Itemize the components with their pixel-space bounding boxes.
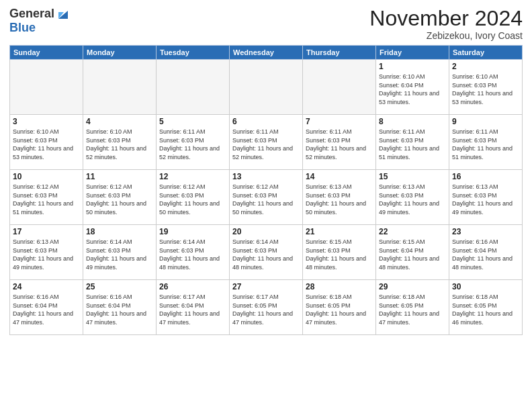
day-number: 9 xyxy=(452,117,519,126)
table-row: 30 Sunrise: 6:18 AM Sunset: 6:05 PM Dayl… xyxy=(449,280,523,335)
table-row: 23 Sunrise: 6:16 AM Sunset: 6:04 PM Dayl… xyxy=(449,225,523,280)
table-row: 15 Sunrise: 6:13 AM Sunset: 6:03 PM Dayl… xyxy=(376,170,449,225)
day-info: Sunrise: 6:12 AM Sunset: 6:03 PM Dayligh… xyxy=(86,183,153,216)
day-info: Sunrise: 6:17 AM Sunset: 6:04 PM Dayligh… xyxy=(159,293,226,326)
day-number: 2 xyxy=(452,62,519,71)
col-saturday: Saturday xyxy=(449,46,523,60)
logo-blue: Blue xyxy=(9,21,36,34)
calendar-header-row: Sunday Monday Tuesday Wednesday Thursday… xyxy=(10,46,523,60)
day-number: 8 xyxy=(379,117,446,126)
table-row: 29 Sunrise: 6:18 AM Sunset: 6:05 PM Dayl… xyxy=(376,280,449,335)
table-row: 19 Sunrise: 6:14 AM Sunset: 6:03 PM Dayl… xyxy=(157,225,230,280)
day-number: 11 xyxy=(86,172,153,181)
day-number: 3 xyxy=(13,117,80,126)
day-number: 22 xyxy=(379,227,446,236)
table-row: 11 Sunrise: 6:12 AM Sunset: 6:03 PM Dayl… xyxy=(83,170,157,225)
day-number: 18 xyxy=(86,227,153,236)
table-row: 4 Sunrise: 6:10 AM Sunset: 6:03 PM Dayli… xyxy=(83,115,157,170)
day-number: 19 xyxy=(159,227,226,236)
header: General Blue November 2024 Zebizekou, Iv… xyxy=(9,7,523,41)
day-number: 28 xyxy=(306,282,373,291)
day-number: 27 xyxy=(232,282,300,291)
day-number: 1 xyxy=(379,62,446,71)
day-number: 13 xyxy=(232,172,300,181)
day-info: Sunrise: 6:13 AM Sunset: 6:03 PM Dayligh… xyxy=(13,238,80,271)
logo: General Blue xyxy=(9,7,71,35)
calendar-week-row: 1 Sunrise: 6:10 AM Sunset: 6:04 PM Dayli… xyxy=(10,60,523,115)
table-row: 18 Sunrise: 6:14 AM Sunset: 6:03 PM Dayl… xyxy=(83,225,157,280)
day-info: Sunrise: 6:17 AM Sunset: 6:05 PM Dayligh… xyxy=(232,293,300,326)
table-row xyxy=(303,60,376,115)
day-info: Sunrise: 6:12 AM Sunset: 6:03 PM Dayligh… xyxy=(13,183,80,216)
day-info: Sunrise: 6:18 AM Sunset: 6:05 PM Dayligh… xyxy=(452,293,519,326)
calendar-week-row: 10 Sunrise: 6:12 AM Sunset: 6:03 PM Dayl… xyxy=(10,170,523,225)
day-info: Sunrise: 6:11 AM Sunset: 6:03 PM Dayligh… xyxy=(159,128,226,161)
table-row: 10 Sunrise: 6:12 AM Sunset: 6:03 PM Dayl… xyxy=(10,170,83,225)
day-number: 29 xyxy=(379,282,446,291)
day-number: 6 xyxy=(232,117,300,126)
day-info: Sunrise: 6:15 AM Sunset: 6:04 PM Dayligh… xyxy=(379,238,446,271)
calendar-week-row: 3 Sunrise: 6:10 AM Sunset: 6:03 PM Dayli… xyxy=(10,115,523,170)
day-info: Sunrise: 6:16 AM Sunset: 6:04 PM Dayligh… xyxy=(13,293,80,326)
table-row: 13 Sunrise: 6:12 AM Sunset: 6:03 PM Dayl… xyxy=(230,170,303,225)
table-row: 3 Sunrise: 6:10 AM Sunset: 6:03 PM Dayli… xyxy=(10,115,83,170)
table-row: 25 Sunrise: 6:16 AM Sunset: 6:04 PM Dayl… xyxy=(83,280,157,335)
table-row: 1 Sunrise: 6:10 AM Sunset: 6:04 PM Dayli… xyxy=(376,60,449,115)
page: General Blue November 2024 Zebizekou, Iv… xyxy=(0,0,532,411)
day-info: Sunrise: 6:10 AM Sunset: 6:03 PM Dayligh… xyxy=(86,128,153,161)
day-number: 12 xyxy=(159,172,226,181)
table-row: 12 Sunrise: 6:12 AM Sunset: 6:03 PM Dayl… xyxy=(157,170,230,225)
col-sunday: Sunday xyxy=(10,46,83,60)
day-info: Sunrise: 6:10 AM Sunset: 6:03 PM Dayligh… xyxy=(452,73,519,106)
table-row: 22 Sunrise: 6:15 AM Sunset: 6:04 PM Dayl… xyxy=(376,225,449,280)
col-tuesday: Tuesday xyxy=(157,46,230,60)
day-info: Sunrise: 6:13 AM Sunset: 6:03 PM Dayligh… xyxy=(452,183,519,216)
day-info: Sunrise: 6:13 AM Sunset: 6:03 PM Dayligh… xyxy=(379,183,446,216)
day-number: 16 xyxy=(452,172,519,181)
day-info: Sunrise: 6:11 AM Sunset: 6:03 PM Dayligh… xyxy=(452,128,519,161)
day-info: Sunrise: 6:12 AM Sunset: 6:03 PM Dayligh… xyxy=(159,183,226,216)
table-row: 21 Sunrise: 6:15 AM Sunset: 6:03 PM Dayl… xyxy=(303,225,376,280)
table-row: 28 Sunrise: 6:18 AM Sunset: 6:05 PM Dayl… xyxy=(303,280,376,335)
table-row xyxy=(230,60,303,115)
day-number: 14 xyxy=(306,172,373,181)
day-info: Sunrise: 6:16 AM Sunset: 6:04 PM Dayligh… xyxy=(86,293,153,326)
logo-icon xyxy=(56,7,71,21)
day-number: 25 xyxy=(86,282,153,291)
day-info: Sunrise: 6:14 AM Sunset: 6:03 PM Dayligh… xyxy=(86,238,153,271)
day-info: Sunrise: 6:18 AM Sunset: 6:05 PM Dayligh… xyxy=(379,293,446,326)
table-row: 16 Sunrise: 6:13 AM Sunset: 6:03 PM Dayl… xyxy=(449,170,523,225)
day-number: 21 xyxy=(306,227,373,236)
day-info: Sunrise: 6:18 AM Sunset: 6:05 PM Dayligh… xyxy=(306,293,373,326)
table-row: 6 Sunrise: 6:11 AM Sunset: 6:03 PM Dayli… xyxy=(230,115,303,170)
day-number: 23 xyxy=(452,227,519,236)
calendar-week-row: 17 Sunrise: 6:13 AM Sunset: 6:03 PM Dayl… xyxy=(10,225,523,280)
day-info: Sunrise: 6:10 AM Sunset: 6:04 PM Dayligh… xyxy=(379,73,446,106)
day-info: Sunrise: 6:16 AM Sunset: 6:04 PM Dayligh… xyxy=(452,238,519,271)
day-info: Sunrise: 6:12 AM Sunset: 6:03 PM Dayligh… xyxy=(232,183,300,216)
table-row: 8 Sunrise: 6:11 AM Sunset: 6:03 PM Dayli… xyxy=(376,115,449,170)
day-number: 4 xyxy=(86,117,153,126)
table-row xyxy=(157,60,230,115)
day-info: Sunrise: 6:15 AM Sunset: 6:03 PM Dayligh… xyxy=(306,238,373,271)
day-number: 10 xyxy=(13,172,80,181)
day-info: Sunrise: 6:14 AM Sunset: 6:03 PM Dayligh… xyxy=(159,238,226,271)
day-number: 15 xyxy=(379,172,446,181)
title-block: November 2024 Zebizekou, Ivory Coast xyxy=(369,7,523,41)
day-number: 30 xyxy=(452,282,519,291)
table-row: 20 Sunrise: 6:14 AM Sunset: 6:03 PM Dayl… xyxy=(230,225,303,280)
day-info: Sunrise: 6:14 AM Sunset: 6:03 PM Dayligh… xyxy=(232,238,300,271)
table-row: 17 Sunrise: 6:13 AM Sunset: 6:03 PM Dayl… xyxy=(10,225,83,280)
page-title: November 2024 xyxy=(369,7,523,30)
table-row xyxy=(83,60,157,115)
col-thursday: Thursday xyxy=(303,46,376,60)
day-number: 24 xyxy=(13,282,80,291)
table-row: 7 Sunrise: 6:11 AM Sunset: 6:03 PM Dayli… xyxy=(303,115,376,170)
day-number: 17 xyxy=(13,227,80,236)
day-info: Sunrise: 6:13 AM Sunset: 6:03 PM Dayligh… xyxy=(306,183,373,216)
calendar-week-row: 24 Sunrise: 6:16 AM Sunset: 6:04 PM Dayl… xyxy=(10,280,523,335)
table-row: 24 Sunrise: 6:16 AM Sunset: 6:04 PM Dayl… xyxy=(10,280,83,335)
day-number: 7 xyxy=(306,117,373,126)
table-row: 2 Sunrise: 6:10 AM Sunset: 6:03 PM Dayli… xyxy=(449,60,523,115)
page-subtitle: Zebizekou, Ivory Coast xyxy=(369,30,523,41)
